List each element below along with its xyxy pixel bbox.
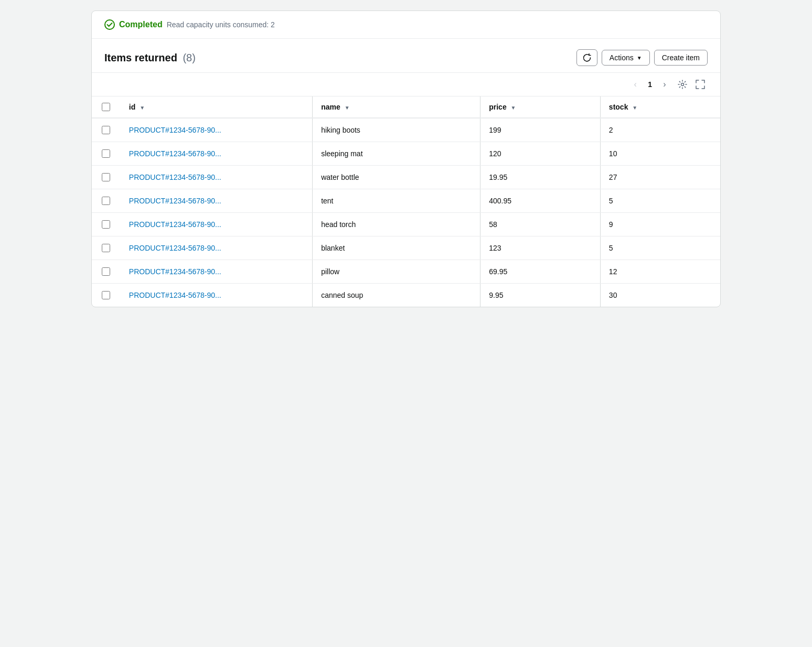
col-id-label: id: [129, 103, 135, 111]
row-id-cell: PRODUCT#1234-5678-90...: [121, 213, 313, 236]
items-title: Items returned (8): [104, 52, 196, 64]
completed-icon: [104, 19, 115, 30]
create-item-button[interactable]: Create item: [654, 50, 708, 66]
col-header-stock[interactable]: stock ▼: [600, 96, 720, 118]
refresh-button[interactable]: [576, 49, 597, 66]
select-all-header: [92, 96, 121, 118]
actions-chevron-icon: ▼: [637, 55, 642, 61]
row-id-link[interactable]: PRODUCT#1234-5678-90...: [129, 197, 221, 205]
prev-page-button[interactable]: ‹: [628, 77, 643, 92]
row-id-link[interactable]: PRODUCT#1234-5678-90...: [129, 173, 221, 181]
prev-icon: ‹: [634, 80, 637, 89]
items-count: (8): [183, 52, 195, 63]
row-price-cell: 69.95: [480, 260, 601, 284]
table-row: PRODUCT#1234-5678-90...blanket1235: [92, 236, 720, 260]
row-id-cell: PRODUCT#1234-5678-90...: [121, 118, 313, 142]
row-price-cell: 9.95: [480, 284, 601, 307]
page-number: 1: [646, 80, 654, 89]
row-id-link[interactable]: PRODUCT#1234-5678-90...: [129, 291, 221, 299]
row-checkbox[interactable]: [102, 220, 110, 229]
table-header-row: id ▼ name ▼ price ▼ stock ▼: [92, 96, 720, 118]
svg-point-0: [105, 20, 114, 29]
row-id-cell: PRODUCT#1234-5678-90...: [121, 142, 313, 166]
col-name-label: name: [321, 103, 340, 111]
table-row: PRODUCT#1234-5678-90...sleeping mat12010: [92, 142, 720, 166]
svg-point-1: [681, 83, 684, 86]
next-page-button[interactable]: ›: [657, 77, 672, 92]
table-body: PRODUCT#1234-5678-90...hiking boots1992P…: [92, 118, 720, 307]
row-id-cell: PRODUCT#1234-5678-90...: [121, 166, 313, 189]
row-price-cell: 58: [480, 213, 601, 236]
table-row: PRODUCT#1234-5678-90...tent400.955: [92, 189, 720, 213]
row-price-cell: 400.95: [480, 189, 601, 213]
row-name-cell: tent: [313, 189, 480, 213]
row-stock-cell: 5: [600, 236, 720, 260]
row-id-link[interactable]: PRODUCT#1234-5678-90...: [129, 244, 221, 252]
create-item-label: Create item: [662, 53, 700, 62]
expand-button[interactable]: [693, 77, 708, 92]
row-price-cell: 120: [480, 142, 601, 166]
pagination-bar: ‹ 1 ›: [92, 73, 720, 96]
row-price-cell: 123: [480, 236, 601, 260]
settings-button[interactable]: [675, 77, 690, 92]
row-checkbox-cell: [92, 189, 121, 213]
row-stock-cell: 5: [600, 189, 720, 213]
row-stock-cell: 9: [600, 213, 720, 236]
row-checkbox-cell: [92, 260, 121, 284]
title-text: Items returned: [104, 52, 177, 63]
table-row: PRODUCT#1234-5678-90...canned soup9.9530: [92, 284, 720, 307]
row-name-cell: pillow: [313, 260, 480, 284]
col-header-name[interactable]: name ▼: [313, 96, 480, 118]
col-stock-label: stock: [609, 103, 628, 111]
row-id-link[interactable]: PRODUCT#1234-5678-90...: [129, 126, 221, 134]
row-id-link[interactable]: PRODUCT#1234-5678-90...: [129, 149, 221, 158]
table-row: PRODUCT#1234-5678-90...pillow69.9512: [92, 260, 720, 284]
row-checkbox[interactable]: [102, 267, 110, 276]
status-label: Completed: [119, 20, 163, 29]
col-header-price[interactable]: price ▼: [480, 96, 601, 118]
row-price-cell: 19.95: [480, 166, 601, 189]
row-stock-cell: 2: [600, 118, 720, 142]
toolbar: Items returned (8) Actions ▼ Create item: [92, 39, 720, 73]
row-id-link[interactable]: PRODUCT#1234-5678-90...: [129, 267, 221, 276]
row-name-cell: canned soup: [313, 284, 480, 307]
row-price-cell: 199: [480, 118, 601, 142]
row-name-cell: hiking boots: [313, 118, 480, 142]
row-name-cell: sleeping mat: [313, 142, 480, 166]
row-checkbox[interactable]: [102, 197, 110, 205]
row-stock-cell: 12: [600, 260, 720, 284]
select-all-checkbox[interactable]: [102, 103, 110, 111]
row-checkbox-cell: [92, 142, 121, 166]
row-checkbox[interactable]: [102, 173, 110, 181]
row-name-cell: blanket: [313, 236, 480, 260]
stock-sort-icon: ▼: [632, 105, 637, 111]
table-row: PRODUCT#1234-5678-90...water bottle19.95…: [92, 166, 720, 189]
name-sort-icon: ▼: [345, 105, 350, 111]
items-table: id ▼ name ▼ price ▼ stock ▼ PRODUCT#1234…: [92, 96, 720, 307]
row-checkbox-cell: [92, 166, 121, 189]
row-checkbox[interactable]: [102, 244, 110, 252]
table-row: PRODUCT#1234-5678-90...hiking boots1992: [92, 118, 720, 142]
row-checkbox-cell: [92, 213, 121, 236]
row-checkbox-cell: [92, 284, 121, 307]
status-detail: Read capacity units consumed: 2: [167, 20, 275, 29]
price-sort-icon: ▼: [511, 105, 516, 111]
row-id-link[interactable]: PRODUCT#1234-5678-90...: [129, 220, 221, 229]
row-checkbox[interactable]: [102, 126, 110, 134]
row-id-cell: PRODUCT#1234-5678-90...: [121, 236, 313, 260]
next-icon: ›: [663, 80, 666, 89]
row-checkbox-cell: [92, 236, 121, 260]
col-price-label: price: [489, 103, 506, 111]
toolbar-actions: Actions ▼ Create item: [576, 49, 708, 66]
row-checkbox[interactable]: [102, 149, 110, 158]
id-sort-icon: ▼: [140, 105, 145, 111]
row-name-cell: water bottle: [313, 166, 480, 189]
row-stock-cell: 10: [600, 142, 720, 166]
col-header-id[interactable]: id ▼: [121, 96, 313, 118]
row-id-cell: PRODUCT#1234-5678-90...: [121, 260, 313, 284]
row-checkbox[interactable]: [102, 291, 110, 299]
row-id-cell: PRODUCT#1234-5678-90...: [121, 284, 313, 307]
table-row: PRODUCT#1234-5678-90...head torch589: [92, 213, 720, 236]
actions-button[interactable]: Actions ▼: [602, 50, 650, 66]
main-container: Completed Read capacity units consumed: …: [91, 10, 721, 307]
